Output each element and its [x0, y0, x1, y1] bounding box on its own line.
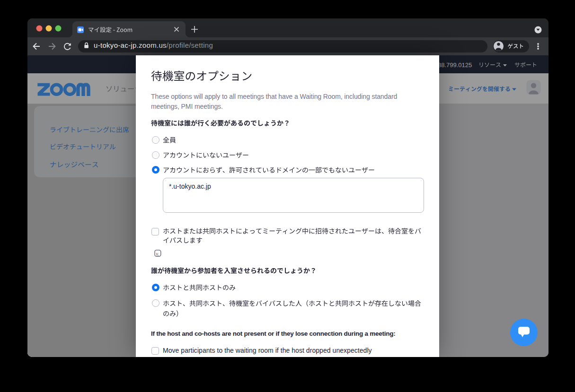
svg-text:v.: v.	[156, 251, 159, 256]
